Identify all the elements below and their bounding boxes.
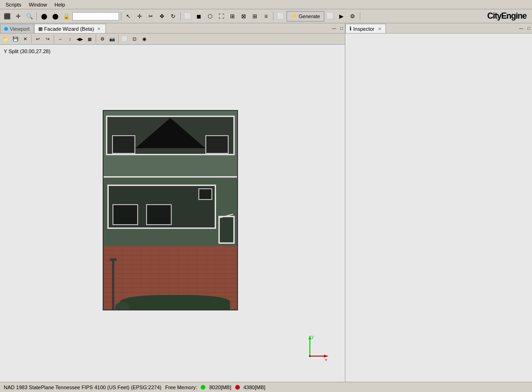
wz-hsplit-btn[interactable]: ↔ xyxy=(56,34,65,44)
streetlight-pole xyxy=(112,260,114,310)
toolbar-cursor-btn[interactable]: ↖ xyxy=(123,11,133,21)
wz-misc2-btn[interactable]: ⊡ xyxy=(130,34,139,44)
toolbar-add-btn[interactable]: ✛ xyxy=(134,11,145,21)
toolbar-btn-3[interactable]: 🔍 xyxy=(24,11,35,21)
inspector-close[interactable]: ✕ xyxy=(378,27,382,31)
toolbar-btn-5[interactable]: ⬤ xyxy=(50,11,60,21)
window-top-left xyxy=(112,135,135,154)
window-mid-outer xyxy=(107,185,216,229)
toolbar-align-btn[interactable]: ≡ xyxy=(261,11,271,21)
wz-close-btn[interactable]: ✕ xyxy=(21,34,30,44)
toolbar-btn-1[interactable]: ⬛ xyxy=(2,11,12,21)
statusbar: NAD 1983 StatePlane Tennessee FIPS 4100 … xyxy=(0,382,532,392)
maximize-btn[interactable]: □ xyxy=(338,25,345,32)
tab-facade-wizard[interactable]: ▦ Facade Wizard (Beta) ✕ xyxy=(34,24,106,33)
toolbar-grid-btn[interactable]: ⊞ xyxy=(250,11,260,21)
menubar-scripts[interactable]: Scripts xyxy=(2,0,25,9)
generate-icon: ⚡ xyxy=(291,13,297,19)
app-logo: CityEngine xyxy=(487,11,530,21)
left-panel-controls: — □ xyxy=(331,24,345,33)
minimize-btn[interactable]: — xyxy=(331,25,337,32)
statusbar-memory2-value: 4380[MB] xyxy=(244,385,266,390)
facade-wizard-icon: ▦ xyxy=(38,26,42,31)
bush-small xyxy=(115,302,129,310)
inspector-content xyxy=(345,34,532,382)
toolbar-btn-4[interactable]: ⬤ xyxy=(39,11,49,21)
wz-sep-1 xyxy=(31,35,32,43)
inspector-panel-controls: — □ xyxy=(518,24,532,33)
toolbar-export-btn[interactable]: ⬜ xyxy=(275,11,286,21)
inspector-icon: ℹ xyxy=(350,26,351,32)
menubar-help[interactable]: Help xyxy=(51,0,69,9)
wz-open-btn[interactable]: 📁 xyxy=(1,34,10,44)
window-top-right xyxy=(205,135,229,154)
toolbar-sep-4 xyxy=(273,12,273,21)
wz-xsplit-btn[interactable]: ◀▶ xyxy=(75,34,84,44)
toolbar-shape3-btn[interactable]: ⬡ xyxy=(205,11,215,21)
toolbar-snap-btn[interactable]: ⊠ xyxy=(238,11,249,21)
viewport-indicator xyxy=(4,27,8,31)
toolbar-settings-btn[interactable]: ⚙ xyxy=(348,11,358,21)
wz-redo-btn[interactable]: ↪ xyxy=(43,34,52,44)
toolbar-shape2-btn[interactable]: ◼ xyxy=(194,11,204,21)
stair-area xyxy=(218,216,235,244)
menubar-window[interactable]: Window xyxy=(25,0,51,9)
generate-label: Generate xyxy=(299,14,320,19)
statusbar-memory1-dot xyxy=(201,385,205,390)
toolbar-rotate-btn[interactable]: ↻ xyxy=(168,11,178,21)
toolbar-shape5-btn[interactable]: ⊞ xyxy=(227,11,238,21)
wz-save-btn[interactable]: 💾 xyxy=(11,34,20,44)
wz-camera-btn[interactable]: 📷 xyxy=(107,34,117,44)
inspector-tab-bar: ℹ Inspector ✕ — □ xyxy=(345,23,532,34)
x-axis-label: x xyxy=(325,358,327,361)
toolbar-scissors-btn[interactable]: ✂ xyxy=(146,11,156,21)
window-top xyxy=(106,116,235,155)
statusbar-memory1-value: 8020[MB] xyxy=(209,385,231,390)
toolbar-btn-2[interactable]: ✛ xyxy=(13,11,23,21)
wz-settings-btn[interactable]: ⚙ xyxy=(98,34,107,44)
inspector-minimize-btn[interactable]: — xyxy=(518,25,525,32)
main-area: Viewport ▦ Facade Wizard (Beta) ✕ — □ 📁 … xyxy=(0,23,532,382)
statusbar-memory2-dot xyxy=(235,385,240,390)
wz-sep-2 xyxy=(54,35,54,43)
canvas-area: Y Split (30.00,27.28) xyxy=(0,45,345,382)
wz-sep-3 xyxy=(96,35,96,43)
right-panel: ℹ Inspector ✕ — □ xyxy=(345,23,532,382)
wz-vsplit-btn[interactable]: ↕ xyxy=(65,34,75,44)
coordinate-axes: y x xyxy=(301,333,329,361)
toolbar-shape-btn[interactable]: ⬜ xyxy=(182,11,193,21)
toolbar-sep-2 xyxy=(121,12,121,21)
toolbar-move-btn[interactable]: ✥ xyxy=(157,11,167,21)
bush xyxy=(120,295,230,310)
toolbar-search-input[interactable] xyxy=(72,12,119,21)
origin-dot xyxy=(309,355,311,357)
tab-inspector[interactable]: ℹ Inspector ✕ xyxy=(345,24,386,33)
toolbar-post-btn[interactable]: ⬜ xyxy=(325,11,336,21)
facade-wizard-close[interactable]: ✕ xyxy=(96,26,102,32)
tab-bar: Viewport ▦ Facade Wizard (Beta) ✕ — □ xyxy=(0,23,345,34)
wz-sep-4 xyxy=(118,35,119,43)
viewport-tab-label: Viewport xyxy=(10,26,30,32)
menubar: Scripts Window Help xyxy=(0,0,532,9)
canvas-label: Y Split (30.00,27.28) xyxy=(4,48,50,54)
toolbar-render-btn[interactable]: ▶ xyxy=(336,11,347,21)
facade-image xyxy=(103,110,238,310)
toolbar-btn-6[interactable]: 🔒 xyxy=(61,11,71,21)
statusbar-projection: NAD 1983 StatePlane Tennessee FIPS 4100 … xyxy=(4,385,161,390)
wz-grid-btn[interactable]: ▦ xyxy=(85,34,94,44)
inspector-tab-label: Inspector xyxy=(353,26,374,32)
window-mid-small xyxy=(198,188,212,200)
left-panel: Viewport ▦ Facade Wizard (Beta) ✕ — □ 📁 … xyxy=(0,23,345,382)
window-mid-inner-left xyxy=(112,204,138,225)
facade-wizard-label: Facade Wizard (Beta) xyxy=(44,26,94,32)
toolbar-sep-3 xyxy=(180,12,181,21)
tab-viewport[interactable]: Viewport xyxy=(0,24,34,33)
window-mid-inner-right xyxy=(146,204,172,225)
inspector-maximize-btn[interactable]: □ xyxy=(525,25,532,32)
generate-button[interactable]: ⚡ Generate xyxy=(287,11,324,21)
toolbar-shape4-btn[interactable]: ⛶ xyxy=(216,11,226,21)
wz-misc1-btn[interactable]: ⬜ xyxy=(120,34,129,44)
wz-undo-btn[interactable]: ↩ xyxy=(33,34,42,44)
statusbar-memory-label: Free Memory: xyxy=(165,385,197,390)
wz-misc3-btn[interactable]: ◉ xyxy=(140,34,149,44)
